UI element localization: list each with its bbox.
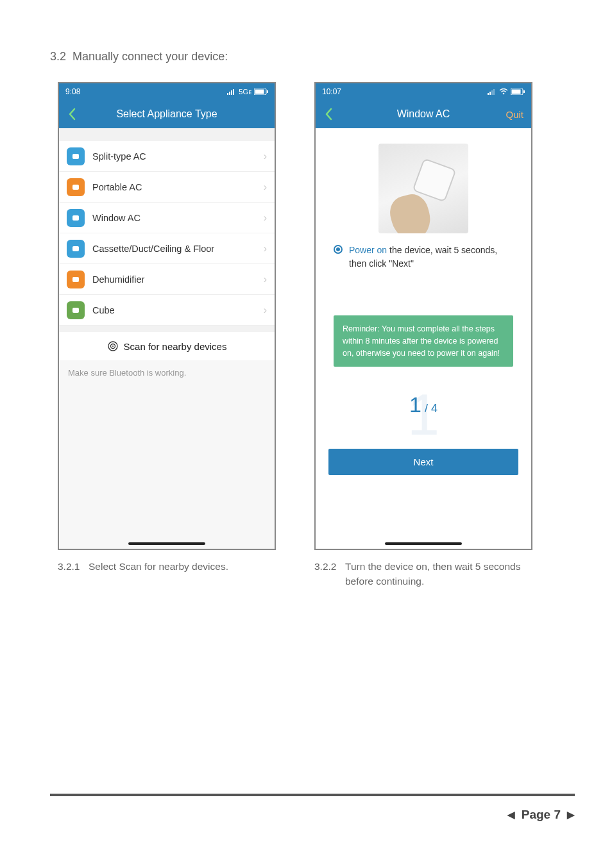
- plug-illustration: [378, 144, 468, 233]
- section-number: 3.2: [50, 50, 66, 63]
- instruction-step[interactable]: Power on the device, wait 5 seconds, the…: [316, 241, 531, 271]
- caption-a-number: 3.2.1: [58, 559, 89, 589]
- window-ac-icon: [67, 209, 85, 227]
- step-indicator: 1 1 / 4: [316, 392, 531, 437]
- nav-bar: Window AC Quit: [316, 100, 531, 128]
- status-bar: 10:07: [316, 83, 531, 100]
- appliance-row[interactable]: Dehumidifier›: [59, 264, 275, 295]
- svg-rect-0: [227, 93, 228, 95]
- step-total: 4: [431, 402, 438, 415]
- nav-bar: Select Appliance Type: [59, 100, 275, 128]
- appliance-label: Window AC: [92, 213, 264, 223]
- caption-b-number: 3.2.2: [314, 559, 345, 589]
- appliance-row[interactable]: Portable AC›: [59, 172, 275, 203]
- wifi-icon: [499, 88, 508, 95]
- appliance-label: Cube: [92, 305, 264, 315]
- bluetooth-hint: Make sure Bluetooth is working.: [59, 360, 275, 550]
- back-button[interactable]: [316, 108, 341, 121]
- svg-point-15: [112, 346, 114, 347]
- appliance-label: Portable AC: [92, 182, 264, 192]
- svg-rect-7: [72, 154, 79, 159]
- signal-icon: [488, 88, 497, 95]
- svg-rect-8: [72, 185, 79, 190]
- svg-rect-2: [231, 90, 232, 95]
- list-top-gap: [59, 128, 275, 141]
- chevron-left-icon: [68, 108, 76, 121]
- battery-icon: [511, 88, 525, 95]
- footer-rule: [50, 794, 575, 796]
- back-button[interactable]: [59, 108, 85, 121]
- svg-rect-12: [72, 308, 79, 313]
- page-label: Page 7: [522, 808, 561, 822]
- caption-a-text: Select Scan for nearby devices.: [89, 559, 228, 589]
- svg-rect-9: [72, 215, 79, 221]
- svg-rect-1: [229, 92, 230, 95]
- appliance-label: Cassette/Duct/Ceiling & Floor: [92, 244, 264, 254]
- appliance-label: Split-type AC: [92, 151, 264, 162]
- svg-rect-23: [523, 90, 525, 93]
- status-time: 9:08: [65, 87, 80, 96]
- appliance-row[interactable]: Cassette/Duct/Ceiling & Floor›: [59, 233, 275, 264]
- svg-rect-6: [267, 90, 268, 93]
- appliance-row[interactable]: Cube›: [59, 295, 275, 326]
- scan-label: Scan for nearby devices: [124, 341, 227, 352]
- instruction-text: Power on the device, wait 5 seconds, the…: [349, 244, 513, 271]
- svg-rect-5: [255, 90, 264, 94]
- svg-rect-22: [512, 90, 521, 94]
- cube-icon: [67, 301, 85, 319]
- radio-selected-icon: [334, 245, 343, 254]
- status-bar: 9:08 5Gᴇ: [59, 83, 275, 100]
- status-time: 10:07: [322, 87, 341, 96]
- screenshot-select-appliance: 9:08 5Gᴇ Select Appliance Type Split-typ…: [58, 82, 276, 550]
- chevron-right-icon: ›: [264, 151, 267, 162]
- nav-title: Select Appliance Type: [59, 108, 275, 120]
- caption-a: 3.2.1 Select Scan for nearby devices.: [58, 559, 276, 589]
- section-title: Manually connect your device:: [72, 50, 228, 63]
- cassette-ac-icon: [67, 240, 85, 258]
- chevron-right-icon: ›: [264, 274, 267, 285]
- chevron-left-icon: [325, 108, 332, 121]
- svg-rect-16: [488, 93, 489, 95]
- reminder-banner: Reminder: You must complete all the step…: [334, 315, 513, 367]
- svg-rect-19: [493, 89, 495, 95]
- split-ac-icon: [67, 147, 85, 165]
- svg-rect-11: [72, 277, 79, 282]
- svg-rect-18: [491, 90, 493, 95]
- signal-icon: [227, 88, 236, 95]
- next-page-button[interactable]: ▶: [567, 809, 575, 821]
- svg-rect-17: [489, 92, 491, 95]
- page-navigator: ◀ Page 7 ▶: [507, 808, 575, 822]
- chevron-right-icon: ›: [264, 181, 267, 193]
- prev-page-button[interactable]: ◀: [507, 809, 515, 821]
- next-button[interactable]: Next: [328, 449, 518, 475]
- status-network: 5Gᴇ: [239, 88, 251, 96]
- dehumidifier-icon: [67, 271, 85, 288]
- appliance-row[interactable]: Window AC›: [59, 203, 275, 233]
- appliance-label: Dehumidifier: [92, 274, 264, 285]
- quit-button[interactable]: Quit: [506, 109, 523, 120]
- home-indicator[interactable]: [385, 542, 462, 545]
- nav-title: Window AC: [316, 108, 531, 120]
- battery-icon: [254, 88, 268, 95]
- scan-icon: [107, 340, 119, 352]
- portable-ac-icon: [67, 178, 85, 196]
- section-heading: 3.2 Manually connect your device:: [50, 50, 228, 63]
- svg-rect-10: [72, 246, 79, 251]
- svg-rect-3: [233, 89, 234, 95]
- screenshot-power-on-step: 10:07 Window AC Quit Power on the device…: [314, 82, 532, 550]
- chevron-right-icon: ›: [264, 305, 267, 316]
- scan-nearby-button[interactable]: Scan for nearby devices: [59, 326, 275, 360]
- appliance-row[interactable]: Split-type AC›: [59, 141, 275, 172]
- chevron-right-icon: ›: [264, 212, 267, 224]
- step-current: 1: [409, 392, 421, 417]
- caption-b-text: Turn the device on, then wait 5 seconds …: [345, 559, 532, 589]
- caption-b: 3.2.2 Turn the device on, then wait 5 se…: [314, 559, 532, 589]
- svg-point-20: [503, 93, 505, 95]
- home-indicator[interactable]: [128, 542, 205, 545]
- chevron-right-icon: ›: [264, 243, 267, 255]
